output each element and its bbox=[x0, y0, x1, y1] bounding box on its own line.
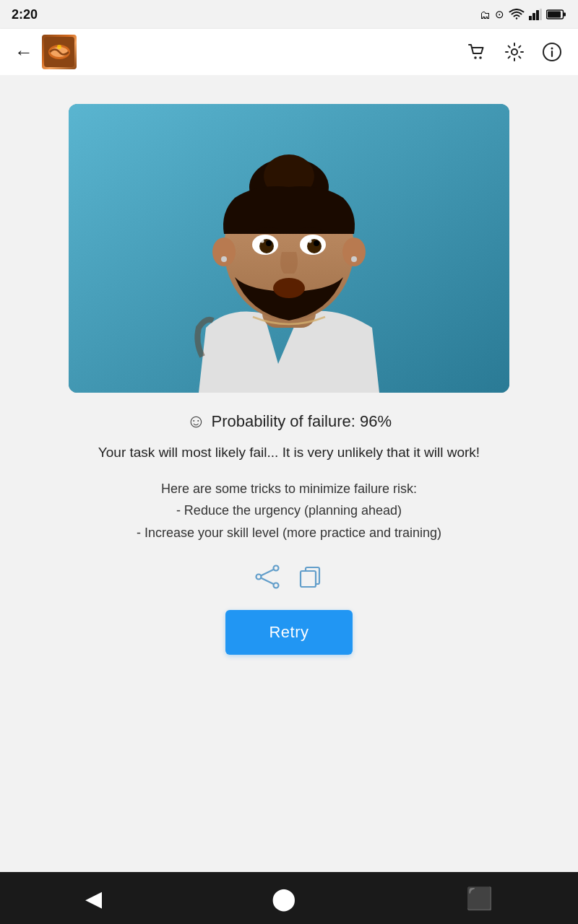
svg-point-13 bbox=[512, 49, 517, 55]
svg-line-37 bbox=[262, 570, 274, 575]
svg-line-38 bbox=[262, 578, 274, 584]
svg-point-11 bbox=[474, 56, 477, 59]
app-logo bbox=[42, 35, 77, 69]
probability-icon: ☺ bbox=[186, 410, 206, 432]
nav-back-button[interactable] bbox=[71, 879, 116, 918]
app-bar-actions bbox=[460, 35, 569, 69]
description-tips: Here are some tricks to minimize failure… bbox=[137, 478, 441, 544]
cart-button[interactable] bbox=[460, 35, 494, 69]
probability-text: Probability of failure: 96% bbox=[212, 412, 392, 431]
back-button[interactable]: ← bbox=[9, 37, 39, 67]
svg-point-33 bbox=[309, 240, 312, 243]
copy-button[interactable] bbox=[298, 564, 324, 590]
person-illustration bbox=[69, 104, 509, 393]
sync-icon: ⊙ bbox=[495, 8, 504, 21]
svg-point-31 bbox=[273, 278, 305, 298]
svg-point-24 bbox=[351, 256, 357, 262]
cart-icon bbox=[467, 42, 487, 62]
nav-recent-button[interactable] bbox=[452, 879, 507, 918]
share-icon bbox=[254, 564, 280, 590]
logo-icon bbox=[44, 37, 74, 67]
main-content: ☺ Probability of failure: 96% Your task … bbox=[0, 75, 578, 872]
svg-point-12 bbox=[479, 56, 482, 59]
status-bar: 2:20 🗂 ⊙ bbox=[0, 0, 578, 29]
svg-point-15 bbox=[551, 48, 553, 50]
svg-point-34 bbox=[274, 566, 279, 571]
nav-home-button[interactable] bbox=[257, 879, 311, 918]
probability-row: ☺ Probability of failure: 96% bbox=[186, 410, 392, 432]
svg-rect-39 bbox=[301, 571, 316, 587]
action-icons-row bbox=[254, 564, 324, 590]
wifi-icon bbox=[509, 9, 525, 20]
info-button[interactable] bbox=[535, 35, 569, 69]
settings-icon bbox=[504, 42, 525, 62]
tip-1: - Reduce the urgency (planning ahead) bbox=[176, 503, 402, 518]
svg-point-23 bbox=[221, 256, 227, 262]
svg-point-10 bbox=[57, 45, 61, 49]
person-image bbox=[69, 104, 509, 393]
svg-point-35 bbox=[274, 583, 279, 588]
svg-point-32 bbox=[261, 240, 264, 243]
sim-icon: 🗂 bbox=[480, 9, 491, 21]
retry-button[interactable]: Retry bbox=[225, 610, 352, 655]
svg-rect-2 bbox=[536, 10, 539, 20]
info-icon bbox=[542, 42, 562, 62]
share-button[interactable] bbox=[254, 564, 280, 590]
settings-button[interactable] bbox=[497, 35, 532, 69]
svg-rect-3 bbox=[540, 9, 542, 20]
svg-rect-6 bbox=[548, 12, 561, 18]
description-main: Your task will most likely fail... It is… bbox=[98, 443, 480, 463]
status-time: 2:20 bbox=[12, 7, 38, 22]
svg-point-36 bbox=[256, 575, 262, 580]
copy-icon bbox=[298, 564, 324, 590]
status-icons: 🗂 ⊙ bbox=[480, 8, 566, 21]
app-bar: ← bbox=[0, 29, 578, 75]
bottom-nav bbox=[0, 872, 578, 924]
signal-icon bbox=[529, 9, 542, 20]
svg-rect-5 bbox=[564, 13, 566, 17]
svg-point-29 bbox=[266, 240, 272, 246]
battery-icon bbox=[546, 9, 566, 20]
tip-2: - Increase your skill level (more practi… bbox=[137, 526, 441, 540]
tips-title: Here are some tricks to minimize failure… bbox=[161, 481, 417, 496]
svg-rect-1 bbox=[532, 13, 535, 20]
svg-rect-0 bbox=[529, 16, 532, 20]
svg-point-30 bbox=[314, 240, 319, 246]
